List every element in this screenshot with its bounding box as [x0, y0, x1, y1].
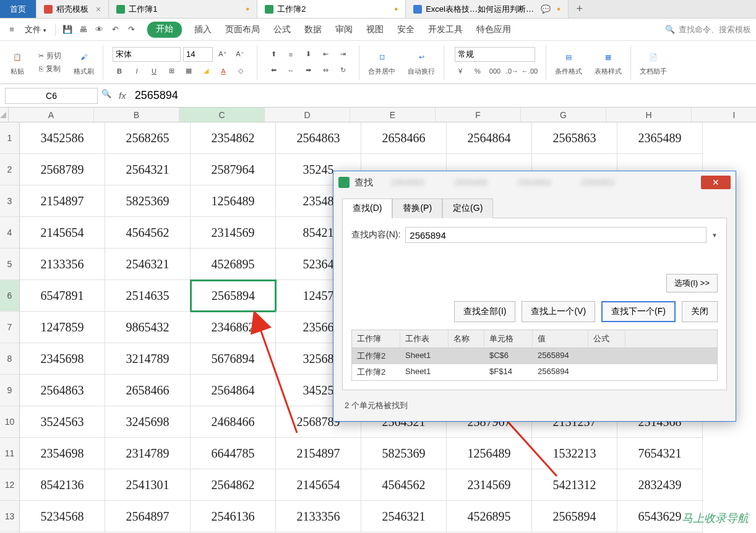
row-header[interactable]: 9: [0, 375, 20, 406]
header-name[interactable]: 名称: [449, 330, 484, 348]
cell[interactable]: 5825369: [105, 185, 191, 217]
align-top-icon[interactable]: ⬆: [266, 48, 281, 61]
dialog-close-button[interactable]: ✕: [701, 176, 731, 189]
cell[interactable]: 2832439: [617, 469, 703, 501]
row-header[interactable]: 1: [0, 122, 20, 154]
cell[interactable]: 5676894: [191, 343, 276, 375]
clear-format-icon[interactable]: ◇: [233, 64, 248, 78]
decrease-decimal-icon[interactable]: .0→: [505, 64, 520, 78]
ribbon-tab-insert[interactable]: 插入: [193, 22, 213, 38]
cell[interactable]: 2346862: [191, 312, 276, 343]
redo-icon[interactable]: ↷: [125, 23, 139, 36]
cell[interactable]: 2314569: [191, 217, 276, 249]
align-middle-icon[interactable]: ≡: [283, 48, 298, 61]
ribbon-tab-developer[interactable]: 开发工具: [427, 22, 464, 38]
cell[interactable]: 5825369: [361, 438, 447, 469]
header-cell[interactable]: 单元格: [484, 330, 533, 348]
cell[interactable]: 2133356: [276, 501, 361, 532]
cut-label[interactable]: 剪切: [46, 51, 61, 61]
dialog-tab-goto[interactable]: 定位(G): [442, 198, 493, 218]
cell[interactable]: 3524563: [20, 406, 105, 438]
ribbon-tab-formula[interactable]: 公式: [272, 22, 292, 38]
file-menu[interactable]: 文件 ▾: [21, 24, 50, 35]
indent-left-icon[interactable]: ⇤: [318, 48, 333, 61]
column-header-H[interactable]: H: [606, 108, 692, 122]
italic-icon[interactable]: I: [129, 64, 144, 78]
cell[interactable]: 2145654: [20, 217, 105, 249]
find-next-button[interactable]: 查找下一个(F): [601, 301, 676, 322]
cell[interactable]: 2314569: [447, 469, 532, 501]
cell[interactable]: 2354862: [191, 122, 276, 154]
cell[interactable]: 2658466: [105, 375, 191, 406]
ribbon-tab-security[interactable]: 安全: [396, 22, 416, 38]
command-search[interactable]: 🔍 查找命令、搜索模板: [665, 24, 751, 35]
ribbon-tab-layout[interactable]: 页面布局: [224, 22, 261, 38]
table-style-group[interactable]: ▦ 表格样式: [591, 48, 625, 76]
cell[interactable]: 2345698: [20, 343, 105, 375]
cell[interactable]: 1256489: [447, 438, 532, 469]
cell[interactable]: 2546321: [105, 249, 191, 280]
dialog-tab-find[interactable]: 查找(D): [342, 198, 392, 218]
cell[interactable]: 2564862: [191, 469, 276, 501]
cell[interactable]: 2587964: [191, 154, 276, 185]
cell[interactable]: 6644785: [191, 438, 276, 469]
paste-group[interactable]: 📋 粘贴: [5, 48, 30, 76]
select-all-corner[interactable]: [0, 108, 9, 122]
row-header[interactable]: 3: [0, 185, 20, 217]
doc-assist-group[interactable]: 📄 文档助手: [636, 48, 671, 76]
ribbon-tab-review[interactable]: 审阅: [334, 22, 354, 38]
cell[interactable]: 2564321: [105, 154, 191, 185]
cell[interactable]: 2658466: [361, 122, 447, 154]
save-icon[interactable]: 💾: [61, 23, 74, 36]
row-header[interactable]: 2: [0, 154, 20, 185]
undo-icon[interactable]: ↶: [109, 23, 122, 36]
cell[interactable]: 2354698: [20, 438, 105, 469]
increase-font-icon[interactable]: A⁺: [215, 48, 230, 61]
header-workbook[interactable]: 工作簿: [352, 330, 400, 348]
cell[interactable]: 5421312: [532, 469, 617, 501]
find-all-button[interactable]: 查找全部(I): [454, 301, 515, 322]
ribbon-tab-featured[interactable]: 特色应用: [475, 22, 512, 38]
align-bottom-icon[interactable]: ⬇: [301, 48, 316, 61]
tab-workbook1[interactable]: 工作簿1 •: [109, 0, 257, 18]
fx-icon[interactable]: fx: [119, 90, 126, 101]
cell[interactable]: 1532213: [532, 438, 617, 469]
fill-color-icon[interactable]: ◢: [199, 64, 213, 78]
hamburger-icon[interactable]: ≡: [5, 23, 19, 36]
font-size-select[interactable]: [183, 47, 213, 62]
dropdown-icon[interactable]: ▼: [711, 232, 718, 239]
column-header-F[interactable]: F: [436, 108, 521, 122]
cell[interactable]: 2154897: [276, 438, 361, 469]
align-center-icon[interactable]: ↔: [283, 64, 298, 77]
cell[interactable]: 2565894: [191, 280, 276, 312]
result-row[interactable]: 工作簿2Sheet1$C$62565894: [352, 348, 717, 364]
currency-icon[interactable]: ¥: [453, 64, 468, 78]
tab-excel-doc[interactable]: Excel表格技…如何运用判断函数 💬 •: [406, 0, 569, 18]
align-right-icon[interactable]: ➡: [301, 64, 316, 77]
cell[interactable]: 2145654: [276, 469, 361, 501]
cell[interactable]: 8542136: [20, 469, 105, 501]
cell[interactable]: 7654321: [617, 438, 703, 469]
percent-icon[interactable]: %: [470, 64, 485, 78]
merge-group[interactable]: ⊡ 合并居中: [364, 48, 399, 76]
cell[interactable]: 6547891: [20, 280, 105, 312]
orientation-icon[interactable]: ↻: [335, 64, 350, 77]
border-icon[interactable]: ⊞: [164, 64, 179, 78]
cell[interactable]: 2564864: [191, 375, 276, 406]
cell[interactable]: 2568789: [20, 154, 105, 185]
cell[interactable]: 4564562: [105, 217, 191, 249]
tab-workbook2[interactable]: 工作簿2 •: [257, 0, 406, 18]
close-button[interactable]: 关闭: [682, 301, 718, 322]
font-name-select[interactable]: [113, 47, 181, 62]
row-header[interactable]: 8: [0, 343, 20, 375]
dialog-tab-replace[interactable]: 替换(P): [392, 198, 442, 218]
row-header[interactable]: 10: [0, 406, 20, 438]
print-preview-icon[interactable]: 👁: [93, 23, 106, 36]
underline-icon[interactable]: U: [147, 64, 161, 78]
tab-home[interactable]: 首页: [0, 0, 37, 18]
cell[interactable]: 4526895: [447, 501, 532, 532]
cell[interactable]: 4526895: [191, 249, 276, 280]
row-header[interactable]: 11: [0, 438, 20, 469]
cell[interactable]: 2546136: [191, 501, 276, 532]
find-icon[interactable]: 🔍: [101, 89, 115, 103]
